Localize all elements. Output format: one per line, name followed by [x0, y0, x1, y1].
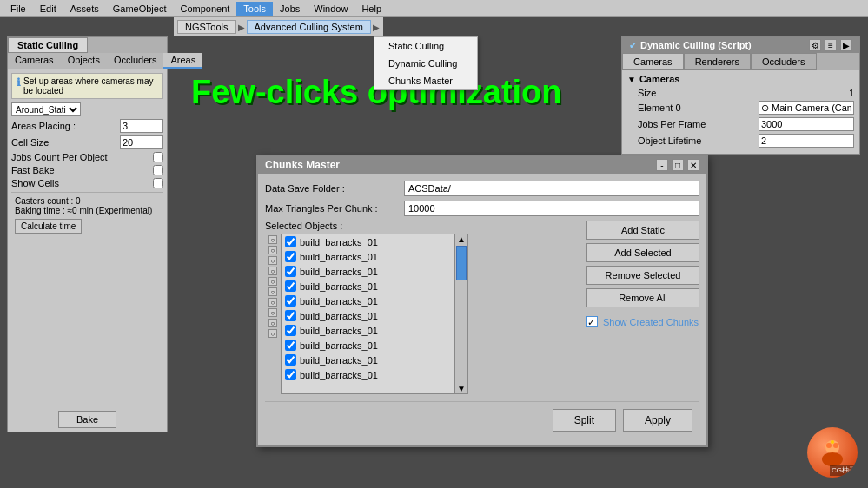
svg-point-4 [831, 440, 834, 444]
item-checkbox-4[interactable] [285, 280, 296, 292]
dynamic-play-btn[interactable]: ▶ [840, 39, 852, 51]
element0-label: Element 0 [638, 102, 681, 113]
object-list[interactable]: build_barracks_01 build_barracks_01 buil… [281, 234, 454, 394]
item-checkbox-1[interactable] [285, 236, 296, 247]
menu-component[interactable]: Component [173, 2, 236, 16]
object-lifetime-input[interactable] [759, 134, 854, 148]
scroll-dot-9[interactable]: ○ [268, 319, 277, 327]
show-chunks-row: ✓ Show Created Chunks [586, 316, 699, 327]
item-checkbox-9[interactable] [285, 354, 296, 366]
action-buttons: Add Static Add Selected Remove Selected … [586, 221, 699, 394]
item-label-8: build_barracks_01 [300, 340, 378, 351]
data-save-folder-row: Data Save Folder : [265, 181, 699, 196]
scroll-dot-4[interactable]: ○ [268, 267, 277, 275]
subtab-objects[interactable]: Objects [61, 53, 107, 69]
list-item[interactable]: build_barracks_01 [282, 338, 454, 353]
advanced-culling-btn[interactable]: Advanced Culling System [247, 20, 371, 34]
toolbar-arrow2: ▶ [373, 23, 380, 32]
areas-placing-input[interactable] [120, 119, 163, 133]
item-checkbox-10[interactable] [285, 369, 296, 380]
menu-jobs[interactable]: Jobs [273, 2, 307, 16]
tab-occluders[interactable]: Occluders [751, 53, 817, 70]
jobs-count-checkbox[interactable] [153, 152, 163, 162]
scroll-dot-1[interactable]: ○ [268, 235, 277, 244]
cell-size-input[interactable] [120, 135, 163, 149]
subtab-areas[interactable]: Areas [163, 53, 202, 69]
scroll-dot-6[interactable]: ○ [268, 287, 277, 296]
info-text: Set up areas where cameras may be locate… [23, 76, 158, 96]
add-static-btn[interactable]: Add Static [586, 221, 699, 240]
item-label-5: build_barracks_01 [300, 296, 378, 307]
calculate-time-btn[interactable]: Calculate time [15, 219, 82, 234]
show-cells-row: Show Cells [11, 178, 163, 188]
item-checkbox-3[interactable] [285, 266, 296, 277]
item-checkbox-8[interactable] [285, 340, 296, 351]
scroll-dot-8[interactable]: ○ [268, 308, 277, 317]
show-chunks-checkbox[interactable]: ✓ [586, 316, 598, 327]
list-item[interactable]: build_barracks_01 [282, 367, 454, 382]
scroll-dot-5[interactable]: ○ [268, 277, 277, 286]
tab-renderers[interactable]: Renderers [684, 53, 751, 70]
show-cells-checkbox[interactable] [153, 178, 163, 188]
subtab-occluders[interactable]: Occluders [107, 53, 164, 69]
scroll-thumb[interactable] [456, 246, 467, 280]
item-label-3: build_barracks_01 [300, 267, 378, 277]
areas-placing-label: Areas Placing : [11, 121, 76, 131]
fast-bake-checkbox[interactable] [153, 165, 163, 175]
data-save-folder-input[interactable] [404, 181, 699, 196]
scroll-dot-3[interactable]: ○ [268, 256, 277, 265]
minimize-button[interactable]: - [656, 159, 668, 171]
jobs-per-frame-input[interactable] [759, 117, 854, 131]
item-checkbox-2[interactable] [285, 251, 296, 262]
scroll-dot-10[interactable]: ○ [268, 329, 277, 338]
menu-help[interactable]: Help [354, 2, 388, 16]
menu-file[interactable]: File [3, 2, 33, 16]
item-checkbox-5[interactable] [285, 295, 296, 307]
max-triangles-input[interactable] [404, 201, 699, 216]
list-item[interactable]: build_barracks_01 [282, 323, 454, 338]
dropdown-dynamic-culling[interactable]: Dynamic Culling [374, 55, 477, 72]
tab-static-culling[interactable]: Static Culling [8, 37, 88, 53]
remove-all-btn[interactable]: Remove All [586, 288, 699, 307]
list-item[interactable]: build_barracks_01 [282, 293, 454, 308]
areas-dropdown[interactable]: Around_Static_ [11, 102, 81, 116]
menu-assets[interactable]: Assets [63, 2, 106, 16]
split-btn[interactable]: Split [553, 409, 616, 432]
menu-edit[interactable]: Edit [33, 2, 63, 16]
list-scrollbar[interactable]: ▲ ▼ [454, 234, 468, 394]
list-item[interactable]: build_barracks_01 [282, 234, 454, 249]
menu-window[interactable]: Window [307, 2, 354, 16]
scroll-dot-7[interactable]: ○ [268, 298, 277, 307]
menu-tools[interactable]: Tools [236, 2, 273, 16]
show-chunks-label[interactable]: Show Created Chunks [603, 317, 699, 327]
section-expand-arrow[interactable]: ▼ [627, 75, 636, 84]
apply-btn[interactable]: Apply [623, 409, 692, 432]
dynamic-settings-btn[interactable]: ⚙ [809, 39, 821, 51]
bake-button[interactable]: Bake [58, 411, 116, 428]
remove-selected-btn[interactable]: Remove Selected [586, 266, 699, 285]
element0-input[interactable] [759, 101, 854, 115]
scroll-down-arrow[interactable]: ▼ [457, 384, 466, 393]
tab-cameras[interactable]: Cameras [622, 53, 684, 70]
add-selected-btn[interactable]: Add Selected [586, 243, 699, 262]
ngs-tools-btn[interactable]: NGSTools [177, 20, 236, 34]
item-checkbox-7[interactable] [285, 325, 296, 336]
dropdown-static-culling[interactable]: Static Culling [374, 37, 477, 55]
item-checkbox-6[interactable] [285, 310, 296, 321]
cell-size-row: Cell Size [11, 135, 163, 149]
list-item[interactable]: build_barracks_01 [282, 279, 454, 293]
dynamic-menu-btn[interactable]: ≡ [825, 39, 837, 51]
menu-gameobject[interactable]: GameObject [106, 2, 174, 16]
list-item[interactable]: build_barracks_01 [282, 249, 454, 264]
maximize-button[interactable]: □ [672, 159, 684, 171]
subtab-cameras[interactable]: Cameras [8, 53, 61, 69]
close-button[interactable]: ✕ [687, 159, 699, 171]
dropdown-chunks-master[interactable]: Chunks Master [374, 72, 477, 89]
scroll-up-arrow[interactable]: ▲ [457, 234, 466, 244]
list-item[interactable]: build_barracks_01 [282, 264, 454, 279]
object-list-wrapper: ○ ○ ○ ○ ○ ○ ○ ○ ○ ○ build_ba [265, 234, 580, 394]
scroll-dot-2[interactable]: ○ [268, 246, 277, 254]
jobs-per-frame-row: Jobs Per Frame [627, 117, 854, 131]
list-item[interactable]: build_barracks_01 [282, 353, 454, 367]
list-item[interactable]: build_barracks_01 [282, 308, 454, 323]
